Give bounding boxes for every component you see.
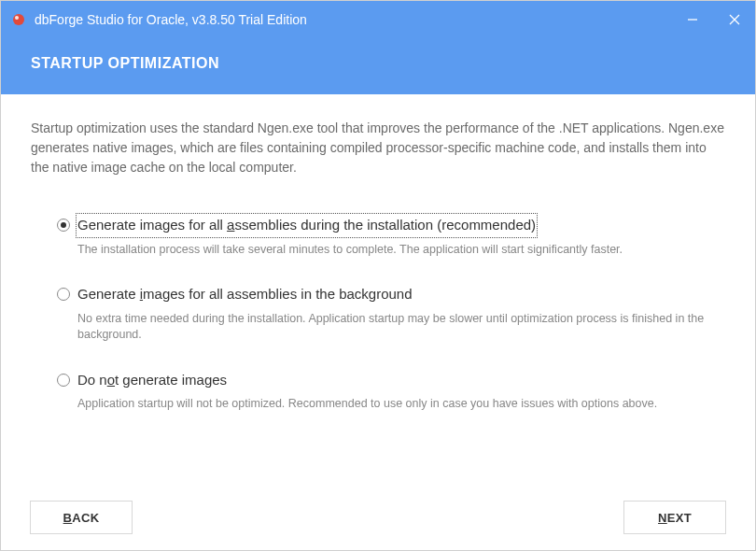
radio-icon [57, 374, 70, 387]
footer: BACK NEXT [30, 501, 726, 534]
window-controls [671, 1, 755, 38]
radio-option-2[interactable]: Do not generate images [57, 370, 725, 391]
back-button-label: BACK [63, 511, 100, 525]
option-row: Do not generate imagesApplication startu… [57, 370, 725, 413]
option-label: Do not generate images [77, 370, 227, 391]
option-label: Generate images for all assemblies durin… [77, 215, 536, 236]
titlebar: dbForge Studio for Oracle, v3.8.50 Trial… [1, 1, 755, 38]
header-band: STARTUP OPTIMIZATION [1, 38, 755, 94]
option-description: No extra time needed during the installa… [77, 311, 725, 344]
svg-point-1 [15, 16, 19, 20]
option-row: Generate images for all assemblies durin… [57, 215, 725, 258]
back-button[interactable]: BACK [30, 501, 133, 534]
option-description: Application startup will not be optimize… [77, 396, 725, 413]
radio-icon [57, 288, 70, 301]
content-area: Startup optimization uses the standard N… [1, 94, 755, 413]
page-title: STARTUP OPTIMIZATION [31, 55, 725, 72]
radio-option-1[interactable]: Generate images for all assemblies in th… [57, 284, 725, 305]
radio-option-0[interactable]: Generate images for all assemblies durin… [57, 215, 725, 236]
svg-point-0 [13, 14, 24, 25]
options-group: Generate images for all assemblies durin… [31, 215, 725, 413]
radio-icon [57, 219, 70, 232]
option-row: Generate images for all assemblies in th… [57, 284, 725, 344]
next-button[interactable]: NEXT [623, 501, 726, 534]
next-button-label: NEXT [658, 511, 692, 525]
app-icon [10, 11, 27, 28]
option-label: Generate images for all assemblies in th… [77, 284, 413, 305]
window-title: dbForge Studio for Oracle, v3.8.50 Trial… [35, 12, 671, 27]
intro-text: Startup optimization uses the standard N… [31, 119, 725, 177]
minimize-button[interactable] [671, 1, 713, 38]
close-button[interactable] [713, 1, 755, 38]
option-description: The installation process will take sever… [77, 242, 725, 259]
